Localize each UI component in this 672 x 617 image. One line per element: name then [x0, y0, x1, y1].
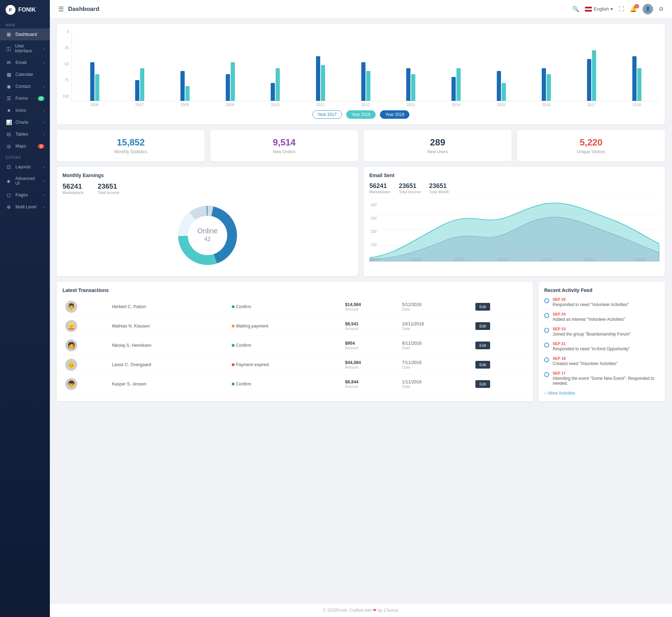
edit-button[interactable]: Edit	[475, 380, 490, 388]
edit-button[interactable]: Edit	[475, 303, 490, 311]
sidebar-item-forms[interactable]: ☰Forms7	[0, 92, 50, 104]
activity-circle	[544, 343, 549, 348]
trans-name: Kasper S. Jessen	[109, 375, 229, 394]
activity-card: Recent Activity Feed SEP 25 Responded to…	[539, 282, 665, 401]
chevron-right-icon: ›	[43, 193, 44, 197]
trans-status: Payment expired	[229, 355, 342, 375]
dashboard-icon: ⊞	[6, 32, 12, 37]
logo[interactable]: F FONIK	[0, 0, 50, 20]
chevron-right-icon: ›	[43, 132, 44, 136]
sidebar-badge-maps: 2	[38, 144, 44, 149]
sidebar-item-label: Calendar	[15, 72, 33, 77]
avatar[interactable]: 👤	[643, 4, 653, 14]
sidebar-item-icons[interactable]: ★Icons›	[0, 104, 50, 116]
header: ☰ Dashboard 🔍 English ▾ ⛶ 🔔 3 👤 ⚙	[50, 0, 672, 18]
area-chart-svg: 2007 2008 2009 2010 2011 2012 2013	[369, 198, 659, 261]
search-icon[interactable]: 🔍	[572, 6, 579, 12]
trans-status: Confirm	[229, 297, 342, 317]
notification-icon[interactable]: 🔔 3	[630, 6, 637, 12]
activity-text: Responded to need "In-Kind Opportunity"	[553, 346, 630, 351]
sidebar-section-label: Main	[0, 20, 50, 28]
trans-name: Herbert C. Patton	[109, 297, 229, 317]
status-dot	[232, 325, 235, 327]
trans-edit-cell: Edit	[473, 336, 527, 355]
footer-text: © 2023Fonik- Crafted with ❤ by 17sucai.	[323, 608, 399, 613]
bar-group	[298, 56, 343, 101]
email-title: Email Sent	[369, 173, 659, 178]
content-area: 100 75 50 25 0 2006200720082009201020112…	[50, 18, 672, 603]
bar-chart-bars	[72, 30, 659, 101]
activity-date: SEP 23	[553, 327, 631, 331]
year-2018-btn[interactable]: Year 2018	[346, 110, 376, 119]
expand-icon[interactable]: ⛶	[619, 6, 624, 12]
sidebar-item-user-interface[interactable]: ◫User Interface›	[0, 40, 50, 57]
trans-amount: $8,844 Amount	[342, 375, 399, 394]
language-selector[interactable]: English ▾	[585, 6, 613, 12]
svg-text:Online: Online	[197, 227, 218, 235]
svg-text:2011: 2011	[541, 258, 552, 261]
earnings-marketplace-label: Marketplace	[62, 190, 84, 195]
activity-circle	[544, 357, 549, 362]
sidebar-item-maps[interactable]: ◎Maps2	[0, 140, 50, 152]
sidebar-item-label: Email	[15, 60, 26, 65]
sidebar-item-tables[interactable]: ⊟Tables›	[0, 128, 50, 140]
calendar-icon: ▦	[6, 72, 12, 77]
chevron-right-icon: ›	[43, 179, 44, 183]
stat-value-1: 9,514	[217, 137, 351, 148]
bar-group	[569, 50, 614, 101]
transactions-section: Latest Transactions 👨 Herbert C. Patton …	[57, 282, 665, 401]
main-area: ☰ Dashboard 🔍 English ▾ ⛶ 🔔 3 👤 ⚙ 100	[50, 0, 672, 617]
bar-teal	[95, 74, 99, 101]
trans-date: 5/12/2016 Date	[399, 297, 472, 317]
gear-icon[interactable]: ⚙	[659, 6, 664, 12]
sidebar-item-label: Tables	[15, 132, 28, 137]
language-label: English	[594, 6, 609, 12]
sidebar-item-contact[interactable]: ◉Contact›	[0, 80, 50, 92]
year-2017-btn[interactable]: Year 2017	[312, 110, 342, 119]
edit-button[interactable]: Edit	[475, 342, 490, 349]
bar-teal	[456, 68, 461, 101]
chevron-right-icon: ›	[43, 85, 44, 89]
activity-text: Responded to need "Volunteer Activities"	[553, 302, 629, 307]
sidebar-item-multi-level[interactable]: ⊕Multi Level›	[0, 201, 50, 213]
sidebar-item-label: Advanced UI	[15, 176, 39, 186]
more-activities-link[interactable]: ○ More Activities	[544, 391, 659, 396]
bar-group	[479, 71, 524, 101]
svg-text:2009: 2009	[454, 258, 465, 261]
hamburger-icon[interactable]: ☰	[58, 5, 64, 13]
sidebar-item-charts[interactable]: 📊Charts›	[0, 116, 50, 128]
bar-teal	[185, 86, 190, 101]
bar-blue	[316, 56, 320, 101]
activity-circle	[544, 328, 549, 333]
transactions-table: 👨 Herbert C. Patton Confirm $14,584 Amou…	[62, 297, 527, 394]
trans-amount: $8,541 Amount	[342, 317, 399, 336]
activity-content: SEP 23 Joined the group "Boardsmanship F…	[553, 327, 631, 337]
bar-teal	[140, 68, 144, 101]
trans-avatar-cell: 👴	[62, 355, 109, 375]
trans-avatar: 👨	[65, 301, 77, 313]
bar-group	[163, 71, 208, 101]
status-dot	[232, 344, 235, 347]
sidebar-item-advanced-ui[interactable]: ◈Advanced UI›	[0, 173, 50, 189]
list-item: SEP 24 Added an interest "Volunteer Acti…	[544, 312, 659, 322]
sidebar-item-calendar[interactable]: ▦Calendar	[0, 69, 50, 80]
forms-icon: ☰	[6, 96, 12, 101]
svg-text:2013: 2013	[635, 258, 646, 261]
edit-button[interactable]: Edit	[475, 361, 490, 369]
area-chart: 2007 2008 2009 2010 2011 2012 2013	[369, 198, 659, 261]
bar-blue	[542, 68, 546, 101]
trans-status: Confirm	[229, 375, 342, 394]
sidebar-item-dashboard[interactable]: ⊞Dashboard	[0, 28, 50, 40]
year-2019-btn[interactable]: Year 2019	[380, 110, 409, 119]
trans-edit-cell: Edit	[473, 355, 527, 375]
sidebar-item-label: Maps	[15, 144, 26, 149]
sidebar-item-email[interactable]: ✉Email›	[0, 57, 50, 69]
edit-button[interactable]: Edit	[475, 322, 490, 330]
svg-text:2012: 2012	[585, 258, 595, 261]
activity-list: SEP 25 Responded to need "Volunteer Acti…	[544, 297, 659, 386]
stat-value-2: 289	[371, 137, 505, 148]
bar-blue	[90, 62, 94, 101]
sidebar-item-layouts[interactable]: ⊡Layouts›	[0, 161, 50, 173]
sidebar-item-pages[interactable]: ◻Pages›	[0, 189, 50, 201]
svg-text:42: 42	[204, 236, 211, 242]
